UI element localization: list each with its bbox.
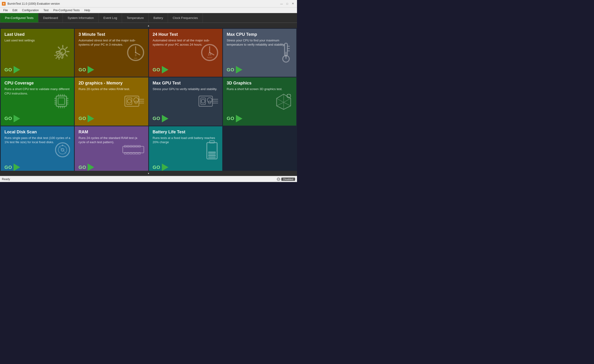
status-text: Ready: [2, 178, 10, 181]
card-title-2d-graphics: 2D graphics - Memory: [78, 81, 144, 86]
tab-event-log[interactable]: Event Log: [99, 13, 122, 22]
card-ram[interactable]: RAM Runs 24 cycles of the standard RAM t…: [75, 126, 148, 171]
svg-rect-75: [208, 152, 216, 154]
card-title-last-used: Last Used: [4, 32, 70, 37]
maximize-button[interactable]: □: [285, 1, 290, 6]
main-content: Last Used Last used test settings GO 3 M…: [0, 28, 297, 171]
card-title-3d-graphics: 3D Graphics: [227, 81, 293, 86]
go-arrow-local-disk: [14, 163, 20, 171]
tab-clock-frequencies[interactable]: Clock Frequencies: [168, 13, 203, 22]
card-icon-max-gpu: [198, 94, 219, 109]
svg-rect-76: [208, 154, 216, 157]
scroll-up[interactable]: ▲: [0, 23, 297, 28]
card-24-hour[interactable]: 24 Hour Test Automated stress test of al…: [149, 29, 222, 77]
card-title-local-disk: Local Disk Scan: [4, 130, 70, 135]
card-go-max-cpu-temp[interactable]: GO: [227, 66, 293, 73]
go-label-max-gpu: GO: [153, 116, 161, 121]
card-go-last-used[interactable]: GO: [4, 66, 70, 73]
card-2d-graphics[interactable]: 2D graphics - Memory Runs 20 cycles of t…: [75, 78, 148, 125]
close-button[interactable]: ✕: [290, 1, 295, 6]
svg-rect-77: [208, 157, 216, 158]
card-go-ram[interactable]: GO: [78, 163, 144, 171]
go-label-ram: GO: [78, 165, 86, 170]
menu-item-test[interactable]: Test: [41, 7, 51, 13]
card-3d-graphics[interactable]: 3D Graphics Runs a short full screen 3D …: [223, 78, 296, 125]
card-title-max-gpu: Max GPU Test: [153, 81, 219, 86]
tab-temperature[interactable]: Temperature: [122, 13, 149, 22]
svg-rect-44: [139, 101, 144, 102]
card-desc-24-hour: Automated stress test of all the major s…: [153, 38, 219, 47]
card-go-cpu-coverage[interactable]: GO: [4, 115, 70, 122]
svg-text:24: 24: [208, 52, 211, 56]
go-label-max-cpu-temp: GO: [227, 67, 235, 72]
card-desc-local-disk: Runs single pass of the disk test (100 c…: [4, 136, 70, 144]
tab-system-information[interactable]: System Information: [63, 13, 99, 22]
menu-item-help[interactable]: Help: [82, 7, 93, 13]
tab-dashboard[interactable]: Dashboard: [38, 13, 63, 22]
go-arrow-ram: [88, 163, 94, 171]
svg-rect-43: [139, 99, 144, 100]
card-go-max-gpu[interactable]: GO: [153, 115, 219, 122]
card-desc-max-cpu-temp: Stress your CPU to find your maximum tem…: [227, 38, 293, 47]
svg-rect-51: [212, 99, 218, 100]
card-local-disk[interactable]: Local Disk Scan Runs single pass of the …: [1, 126, 74, 171]
card-desc-cpu-coverage: Runs a short CPU test to validate many d…: [4, 87, 70, 95]
card-last-used[interactable]: Last Used Last used test settings GO: [1, 29, 74, 77]
card-cpu-coverage[interactable]: CPU Coverage Runs a short CPU test to va…: [1, 78, 74, 125]
go-arrow-max-cpu-temp: [236, 66, 243, 73]
go-label-3-minute: GO: [78, 67, 86, 72]
menu-item-configuration[interactable]: Configuration: [20, 7, 41, 13]
card-go-3-minute[interactable]: GO: [78, 66, 144, 73]
go-arrow-24-hour: [162, 66, 169, 73]
scroll-down[interactable]: ▼: [0, 171, 297, 176]
menubar: FileEditConfigurationTestPre-Configured …: [0, 7, 297, 13]
down-arrow-icon: ▼: [147, 172, 150, 175]
tab-pre-configured-tests[interactable]: Pre-Configured Tests: [0, 13, 38, 22]
go-label-battery-life: GO: [153, 165, 161, 170]
go-label-2d-graphics: GO: [78, 116, 86, 121]
card-icon-3d-graphics: [274, 92, 293, 111]
menu-item-pre-configured-tests[interactable]: Pre-Configured Tests: [51, 7, 82, 13]
card-go-battery-life[interactable]: GO: [153, 163, 219, 171]
card-battery-life[interactable]: Battery Life Test Runs tests at a fixed …: [149, 126, 222, 171]
go-label-cpu-coverage: GO: [4, 116, 12, 121]
window-controls: — □ ✕: [279, 1, 295, 6]
up-arrow-icon: ▲: [147, 24, 150, 27]
go-arrow-3-minute: [88, 66, 94, 73]
svg-rect-52: [212, 101, 218, 102]
card-title-battery-life: Battery Life Test: [153, 130, 219, 135]
svg-point-48: [201, 99, 205, 103]
card-max-cpu-temp[interactable]: Max CPU Temp Stress your CPU to find you…: [223, 29, 296, 77]
menu-item-edit[interactable]: Edit: [10, 7, 20, 13]
card-go-2d-graphics[interactable]: GO: [78, 115, 144, 122]
card-go-local-disk[interactable]: GO: [4, 163, 70, 171]
card-go-3d-graphics[interactable]: GO: [227, 115, 293, 122]
card-max-gpu[interactable]: Max GPU Test Stress your GPU to verify r…: [149, 78, 222, 125]
disabled-badge: Disabled: [281, 178, 295, 181]
svg-rect-21: [58, 98, 65, 104]
card-desc-2d-graphics: Runs 20 cycles of the video RAM test.: [78, 87, 144, 91]
card-title-24-hour: 24 Hour Test: [153, 32, 219, 37]
card-title-3-minute: 3 Minute Test: [78, 32, 144, 37]
menu-item-file[interactable]: File: [1, 7, 10, 13]
go-label-3d-graphics: GO: [227, 116, 235, 121]
card-3-minute[interactable]: 3 Minute Test Automated stress test of a…: [75, 29, 148, 77]
svg-point-40: [128, 99, 131, 103]
svg-point-49: [207, 98, 212, 102]
svg-text:min: min: [134, 57, 137, 59]
go-arrow-cpu-coverage: [14, 115, 20, 122]
svg-rect-16: [285, 52, 286, 59]
tab-battery[interactable]: Battery: [149, 13, 168, 22]
minimize-button[interactable]: —: [279, 1, 284, 6]
network-icon: [277, 177, 280, 181]
svg-point-41: [134, 98, 138, 102]
card-title-cpu-coverage: CPU Coverage: [4, 81, 70, 86]
go-label-local-disk: GO: [4, 165, 12, 170]
card-desc-max-gpu: Stress your GPU to verify reliability an…: [153, 87, 219, 91]
go-arrow-max-gpu: [162, 115, 169, 122]
card-grid: Last Used Last used test settings GO 3 M…: [0, 28, 297, 171]
card-desc-battery-life: Runs tests at a fixed load until battery…: [153, 136, 219, 144]
card-icon-2d-graphics: [124, 94, 145, 109]
card-go-24-hour[interactable]: GO: [153, 66, 219, 73]
card-desc-last-used: Last used test settings: [4, 38, 70, 43]
